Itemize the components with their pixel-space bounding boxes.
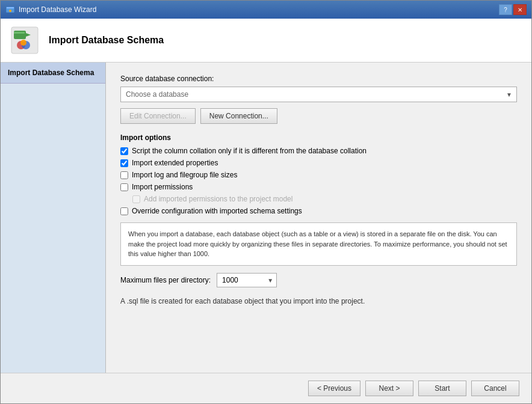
option-label-2: Import extended properties [132,159,218,167]
svg-point-9 [20,40,26,46]
help-button[interactable]: ? [499,4,512,15]
option-label-5: Override configuration with imported sch… [132,207,302,215]
close-button[interactable]: ✕ [513,4,527,15]
main-content: Import Database Schema Source database c… [1,63,531,373]
checkbox-opt4a[interactable] [132,195,140,203]
window-icon [5,5,15,14]
sidebar-item-import-schema[interactable]: Import Database Schema [1,63,105,84]
source-connection-label: Source database connection: [120,75,517,83]
option-row-4a: Add imported permissions to the project … [132,195,517,203]
description-text: When you import a database, each databas… [128,230,507,257]
database-dropdown-container: Choose a database ▼ [120,87,517,102]
max-files-container: 1000500200100 ▼ [217,273,277,287]
content-area: Source database connection: Choose a dat… [106,63,531,373]
previous-button[interactable]: < Previous [308,381,360,396]
svg-rect-6 [14,32,25,34]
options-group: Script the column collation only if it i… [120,147,517,215]
wizard-icon [10,26,39,55]
window: Import Database Wizard ? ✕ Import Databa… [0,0,532,404]
new-connection-button[interactable]: New Connection... [200,108,277,124]
checkbox-opt1[interactable] [120,147,128,155]
cancel-button[interactable]: Cancel [471,381,519,396]
edit-connection-button[interactable]: Edit Connection... [120,108,196,124]
option-row-3: Import log and filegroup file sizes [120,171,517,179]
checkbox-opt2[interactable] [120,159,128,167]
checkbox-opt5[interactable] [120,207,128,215]
sidebar: Import Database Schema [1,63,106,373]
title-bar-controls: ? ✕ [499,4,527,15]
checkbox-opt4[interactable] [120,183,128,191]
option-row-4: Import permissions [120,183,517,191]
window-title: Import Database Wizard [19,5,96,14]
checkbox-opt3[interactable] [120,171,128,179]
option-label-4a: Add imported permissions to the project … [144,195,292,203]
title-bar-left: Import Database Wizard [5,5,96,14]
svg-point-2 [9,10,11,12]
next-button[interactable]: Next > [365,381,413,396]
max-files-dropdown[interactable]: 1000500200100 [217,273,277,287]
header-title: Import Database Schema [49,35,164,46]
start-button[interactable]: Start [418,381,466,396]
title-bar: Import Database Wizard ? ✕ [1,1,531,19]
option-row-5: Override configuration with imported sch… [120,207,517,215]
header-area: Import Database Schema [1,19,531,63]
option-label-3: Import log and filegroup file sizes [132,171,237,179]
option-row-1: Script the column collation only if it i… [120,147,517,155]
description-box: When you import a database, each databas… [120,222,517,266]
import-options-label: Import options [120,133,517,142]
connection-buttons-row: Edit Connection... New Connection... [120,108,517,124]
option-row-2: Import extended properties [120,159,517,167]
option-label-4: Import permissions [132,183,193,191]
max-files-row: Maximum files per directory: 10005002001… [120,273,517,287]
max-files-label: Maximum files per directory: [120,276,211,284]
database-dropdown[interactable]: Choose a database [120,87,517,102]
footer: < Previous Next > Start Cancel [1,373,531,403]
svg-rect-1 [7,7,14,8]
info-text: A .sql file is created for each database… [120,297,517,305]
option-label-1: Script the column collation only if it i… [132,147,367,155]
